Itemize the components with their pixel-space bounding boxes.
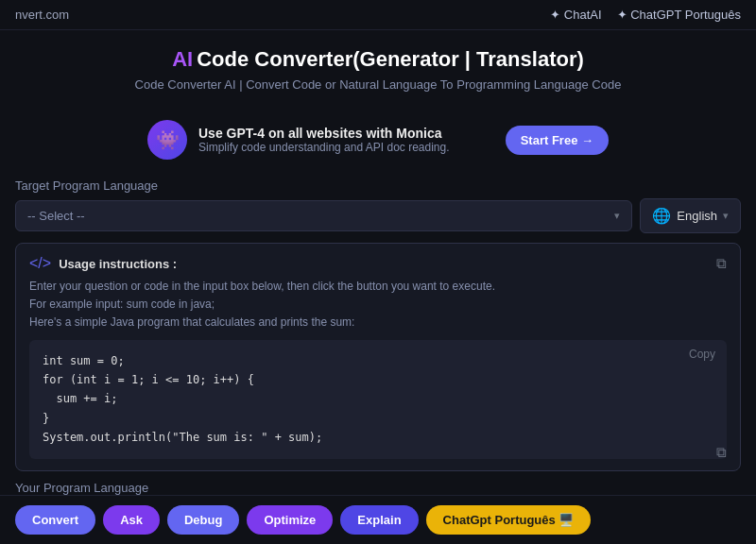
start-free-button[interactable]: Start Free → <box>506 126 609 155</box>
usage-instructions: Enter your question or code in the input… <box>29 278 727 332</box>
hero-section: AICode Converter(Generator | Translator)… <box>0 30 756 101</box>
header: nvert.com ✦ ChatAI ✦ ChatGPT Português <box>0 0 756 30</box>
target-select-chevron: ▾ <box>614 210 620 222</box>
hero-subtitle: Code Converter AI | Convert Code or Natu… <box>15 77 741 92</box>
hero-title: AICode Converter(Generator | Translator) <box>15 47 741 72</box>
monica-subtitle: Simplify code understanding and API doc … <box>198 141 494 154</box>
ai-badge: AI <box>172 47 193 71</box>
main-content: Target Program Language -- Select -- ▾ 🌐… <box>0 178 756 544</box>
code-icon: </> <box>29 255 51 272</box>
code-block: Copy int sum = 0; for (int i = 1; i <= 1… <box>29 340 727 459</box>
copy-label[interactable]: Copy <box>689 348 715 361</box>
optimize-button[interactable]: Optimize <box>247 505 333 535</box>
ask-button[interactable]: Ask <box>103 505 160 535</box>
nav-chatai[interactable]: ✦ ChatAI <box>550 8 601 22</box>
nav-chatgpt-portugues[interactable]: ✦ ChatGPT Português <box>617 8 741 22</box>
monica-text: Use GPT-4 on all websites with Monica Si… <box>198 126 494 154</box>
selected-language: English <box>677 209 717 223</box>
monica-avatar: 👾 <box>147 120 187 160</box>
code-content: int sum = 0; for (int i = 1; i <= 10; i+… <box>43 351 713 448</box>
copy-icon-top[interactable]: ⧉ <box>716 255 727 272</box>
chatgpt-portugues-button[interactable]: ChatGpt Português 🖥️ <box>426 505 592 535</box>
monica-title: Use GPT-4 on all websites with Monica <box>198 126 494 141</box>
target-language-select[interactable]: -- Select -- ▾ <box>15 200 632 231</box>
edit-icon[interactable]: ⧉ <box>716 444 727 461</box>
target-lang-row: -- Select -- ▾ 🌐 English ▾ <box>15 198 741 233</box>
language-selector[interactable]: 🌐 English ▾ <box>640 198 741 233</box>
lang-chevron: ▾ <box>723 210 729 222</box>
usage-box: </> Usage instructions : ⧉ Enter your qu… <box>15 243 741 471</box>
usage-header: </> Usage instructions : ⧉ <box>29 255 727 272</box>
debug-button[interactable]: Debug <box>167 505 239 535</box>
your-lang-label: Your Program Language <box>15 481 741 495</box>
toolbar: Convert Ask Debug Optimize Explain ChatG… <box>0 495 756 544</box>
convert-button[interactable]: Convert <box>15 505 95 535</box>
globe-icon: 🌐 <box>652 207 671 225</box>
target-lang-label: Target Program Language <box>15 178 741 193</box>
monica-banner: 👾 Use GPT-4 on all websites with Monica … <box>132 110 624 169</box>
logo: nvert.com <box>15 8 69 22</box>
usage-title: Usage instructions : <box>59 257 177 271</box>
explain-button[interactable]: Explain <box>340 505 418 535</box>
header-nav: ✦ ChatAI ✦ ChatGPT Português <box>550 8 741 22</box>
